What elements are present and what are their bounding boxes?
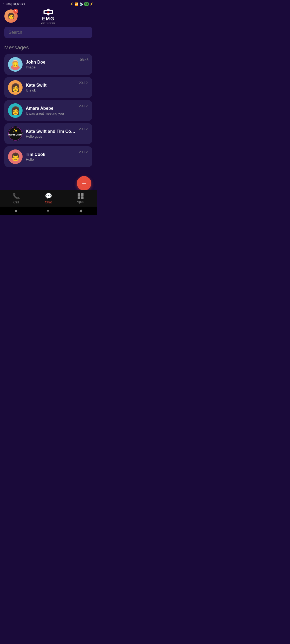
- msg-time-5: 20.12.: [79, 149, 89, 154]
- msg-name-1: John Doe: [26, 60, 77, 65]
- search-input[interactable]: [4, 27, 92, 38]
- message-item-2[interactable]: 👩 Kate Swift It is ok 20.12.: [4, 77, 92, 98]
- bluetooth-icon: ⚡: [70, 2, 74, 6]
- msg-content-2: Kate Swift It is ok: [26, 83, 76, 92]
- msg-avatar-3: 👩: [8, 103, 23, 118]
- search-container: [0, 25, 97, 40]
- message-item-1[interactable]: 😊 John Doe Image 08:45: [4, 54, 92, 75]
- fab-plus-icon: +: [82, 180, 86, 187]
- call-icon: 📞: [13, 193, 20, 200]
- svg-rect-4: [47, 12, 49, 13]
- message-item-4[interactable]: Awesome! ✨ Kate Swift and Tim Cook Hello…: [4, 123, 92, 144]
- apps-icon: [78, 193, 84, 199]
- msg-time-2: 20.12.: [79, 80, 89, 85]
- msg-avatar-5: 👨: [8, 149, 23, 164]
- status-icons: ⚡ 📶 📡 10 ⚡: [70, 2, 93, 6]
- svg-text:👨: 👨: [10, 152, 21, 162]
- svg-text:Awesome!: Awesome!: [8, 133, 23, 136]
- nav-call-label: Call: [13, 200, 19, 204]
- message-list: 😊 John Doe Image 08:45 👩 Kate Swift It i…: [4, 54, 92, 167]
- wifi-icon: 📡: [79, 2, 83, 6]
- signal-icon: 📶: [75, 2, 78, 6]
- status-bar: 13:36 | 34,6KB/s ⚡ 📶 📡 10 ⚡: [0, 0, 97, 8]
- msg-preview-5: Hello: [26, 158, 76, 162]
- logo-text: EMG: [42, 16, 55, 22]
- nav-apps[interactable]: Apps: [64, 193, 97, 204]
- header: 🧑 3 EMG way forward: [0, 8, 97, 25]
- svg-marker-2: [46, 9, 50, 10]
- msg-content-5: Tim Cook Hello: [26, 152, 76, 162]
- msg-avatar-1: 😊: [8, 57, 23, 72]
- msg-preview-1: Image: [26, 65, 77, 69]
- nav-call[interactable]: 📞 Call: [0, 193, 32, 204]
- section-title: Messages: [4, 45, 92, 51]
- msg-content-4: Kate Swift and Tim Cook Hello guys: [26, 129, 76, 138]
- message-item-5[interactable]: 👨 Tim Cook Hello 20.12.: [4, 146, 92, 167]
- msg-time-1: 08:45: [80, 57, 89, 62]
- msg-preview-3: It was great meeting you: [26, 111, 76, 115]
- logo-tagline: way forward: [41, 22, 56, 24]
- message-item-3[interactable]: 👩 Amara Abebe It was great meeting you 2…: [4, 100, 92, 121]
- msg-name-5: Tim Cook: [26, 152, 76, 157]
- msg-preview-2: It is ok: [26, 88, 76, 92]
- user-avatar[interactable]: 🧑 3: [4, 9, 18, 23]
- msg-preview-4: Hello guys: [26, 134, 76, 138]
- chat-icon: 💬: [45, 193, 52, 200]
- msg-avatar-2: 👩: [8, 80, 23, 95]
- nav-chat[interactable]: 💬 Chat: [32, 193, 64, 204]
- svg-text:😊: 😊: [12, 61, 19, 68]
- android-home-btn[interactable]: ●: [47, 208, 49, 213]
- msg-name-4: Kate Swift and Tim Cook: [26, 129, 76, 134]
- nav-apps-label: Apps: [77, 200, 84, 204]
- msg-time-3: 20.12.: [79, 103, 89, 108]
- notification-badge: 3: [13, 9, 18, 14]
- logo-svg: [42, 8, 54, 16]
- android-nav: ■ ● ◀: [0, 207, 97, 215]
- msg-time-4: 20.12.: [79, 126, 89, 131]
- messages-section: Messages 😊 John Doe Image 08:45 👩: [0, 40, 97, 169]
- bottom-nav: 📞 Call 💬 Chat Apps: [0, 190, 97, 207]
- android-back-btn[interactable]: ◀: [79, 208, 82, 213]
- msg-content-1: John Doe Image: [26, 60, 77, 69]
- app-logo: EMG way forward: [41, 8, 56, 24]
- msg-content-3: Amara Abebe It was great meeting you: [26, 106, 76, 115]
- msg-avatar-4: Awesome! ✨: [8, 126, 23, 141]
- svg-marker-3: [47, 14, 50, 16]
- battery-icon: 10: [84, 2, 89, 6]
- android-square-btn[interactable]: ■: [15, 208, 17, 213]
- svg-text:👩: 👩: [10, 83, 21, 93]
- msg-name-2: Kate Swift: [26, 83, 76, 88]
- new-chat-fab[interactable]: +: [77, 176, 91, 191]
- nav-chat-label: Chat: [45, 200, 52, 204]
- svg-text:👩: 👩: [10, 106, 21, 116]
- msg-name-3: Amara Abebe: [26, 106, 76, 111]
- svg-text:✨: ✨: [13, 128, 18, 133]
- charge-icon: ⚡: [90, 2, 93, 6]
- status-time-network: 13:36 | 34,6KB/s: [3, 2, 25, 6]
